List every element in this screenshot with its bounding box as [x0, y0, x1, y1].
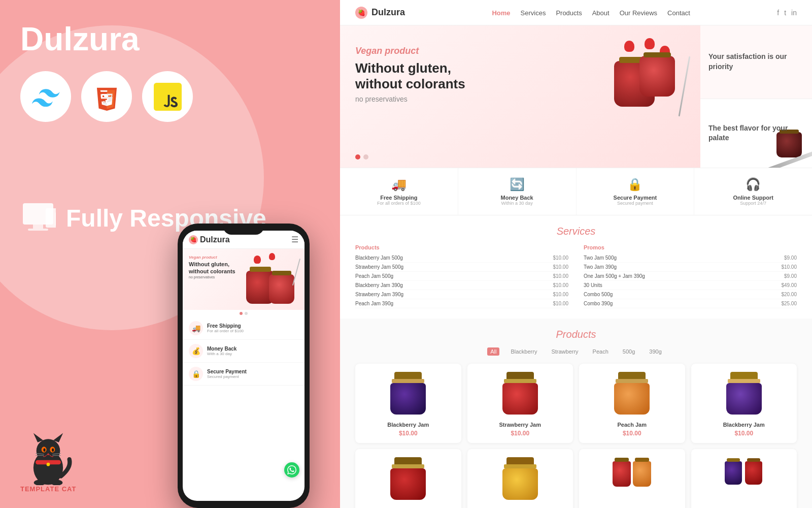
- product-card[interactable]: Strawberry Jam $10.00: [467, 364, 573, 443]
- hero-main: Vegan product Without gluten, without co…: [340, 25, 700, 168]
- product-image: [612, 372, 652, 418]
- device-icons: [20, 203, 56, 234]
- feature-support: 🎧 Online Support Support 24/7: [694, 168, 812, 215]
- secure-payment-icon: 🔒: [582, 177, 689, 192]
- nav-link-about[interactable]: About: [592, 8, 610, 17]
- features-row: 🚚 Free Shipping For all orders of $100 🔄…: [340, 168, 812, 215]
- product-price: $10.00: [472, 430, 568, 437]
- product-image: [388, 457, 428, 503]
- product-card[interactable]: Blackberry Jam $10.00: [355, 364, 461, 443]
- product-image: [612, 457, 652, 503]
- promos-col: Promos Two Jam 500g $9.00 Two Jam 390g $…: [584, 244, 797, 308]
- support-sub: Support 24/7: [699, 201, 807, 206]
- phone-dots: [183, 310, 304, 317]
- filter-blackberry[interactable]: Blackberry: [507, 347, 540, 356]
- money-title: Money Back: [463, 195, 571, 201]
- twitter-icon[interactable]: t: [784, 9, 786, 17]
- service-item: Combo 500g $20.00: [584, 290, 797, 299]
- product-card[interactable]: Strawberry Jam $10.00: [355, 449, 461, 508]
- hero-side-flavor: The best flavor for your palate: [700, 99, 812, 168]
- phone-brand: 🍓 Dulzura: [189, 235, 230, 244]
- website-preview: 🍓 Dulzura Home Services Products About O…: [340, 0, 812, 508]
- phone-feature-money: 💰 Money Back With a 30 day: [183, 340, 304, 363]
- jam-stack: [594, 36, 685, 127]
- phone-menu-icon[interactable]: ☰: [291, 235, 298, 244]
- product-image: [388, 372, 428, 418]
- cat-label: TEMPLATE CAT: [20, 485, 76, 493]
- nav-brand-name: Dulzura: [371, 7, 405, 18]
- nav-brand-icon: 🍓: [355, 7, 367, 19]
- services-grid: Products Blackberry Jam 500g $10.00 Stra…: [355, 244, 797, 308]
- product-image: [500, 372, 540, 418]
- promos-col-label: Promos: [584, 244, 797, 250]
- product-card[interactable]: Blackberry Jam $10.00: [691, 364, 797, 443]
- filter-500g[interactable]: 500g: [620, 347, 638, 356]
- hero-image: [589, 30, 690, 132]
- product-name: Blackberry Jam: [696, 422, 792, 428]
- secure-title: Secure Payment: [582, 195, 689, 201]
- svg-point-13: [52, 449, 54, 452]
- svg-point-12: [44, 449, 46, 452]
- nav-links: Home Services Products About Our Reviews…: [492, 8, 690, 17]
- filter-all[interactable]: All: [487, 347, 499, 356]
- nav-link-services[interactable]: Services: [521, 8, 546, 17]
- jam-jar-2: [639, 56, 675, 97]
- svg-point-7: [37, 439, 60, 463]
- tailwind-icon: [20, 71, 71, 122]
- nav-link-contact[interactable]: Contact: [667, 8, 690, 17]
- svg-point-20: [47, 463, 50, 466]
- products-col: Products Blackberry Jam 500g $10.00 Stra…: [355, 244, 568, 308]
- nav-link-products[interactable]: Products: [556, 8, 582, 17]
- site-nav: 🍓 Dulzura Home Services Products About O…: [340, 0, 812, 25]
- left-panel: Dulzura: [0, 0, 340, 508]
- support-title: Online Support: [699, 195, 807, 201]
- svg-rect-3: [28, 229, 48, 231]
- hero-dot-1[interactable]: [355, 154, 360, 160]
- money-sub: Within a 30 day: [463, 201, 571, 206]
- products-grid-row1: Blackberry Jam $10.00 Strawberry Jam $10…: [355, 364, 797, 443]
- feature-secure: 🔒 Secure Payment Secured payment: [577, 168, 695, 215]
- phone-feature-secure: 🔒 Secure Payment Secured payment: [183, 363, 304, 386]
- product-card[interactable]: Peach Jam $10.00: [579, 364, 685, 443]
- products-title: Products: [355, 329, 797, 340]
- product-name: Strawberry Jam: [472, 422, 568, 428]
- hero-satisfaction-text: Your satisfaction is our priority: [708, 52, 804, 72]
- phone-dot-2: [245, 312, 248, 315]
- right-panel: 🍓 Dulzura Home Services Products About O…: [340, 0, 812, 508]
- cat-svg: [23, 429, 74, 485]
- nav-link-home[interactable]: Home: [492, 8, 510, 17]
- product-price: $10.00: [584, 430, 680, 437]
- filter-peach[interactable]: Peach: [590, 347, 612, 356]
- service-item: Strawberry Jam 390g $10.00: [355, 290, 568, 299]
- hero-side-satisfaction: Your satisfaction is our priority: [700, 25, 812, 99]
- service-item: Peach Jam 500g $10.00: [355, 272, 568, 281]
- secure-sub: Secured payment: [582, 201, 689, 206]
- product-card[interactable]: Peach Jam $25.00: [467, 449, 573, 508]
- service-item: Peach Jam 390g $10.00: [355, 299, 568, 308]
- money-icon: 💰: [189, 344, 203, 358]
- facebook-icon[interactable]: f: [777, 9, 779, 17]
- filter-strawberry[interactable]: Strawberry: [548, 347, 581, 356]
- service-item: One Jam 500g + Jam 390g $9.00: [584, 272, 797, 281]
- filter-390g[interactable]: 390g: [646, 347, 664, 356]
- products-col-label: Products: [355, 244, 568, 250]
- hero-dot-2[interactable]: [363, 154, 368, 160]
- shipping-icon: 🚚: [189, 321, 203, 335]
- product-name: Peach Jam: [584, 422, 680, 428]
- svg-rect-2: [33, 225, 43, 229]
- whatsapp-button[interactable]: [284, 462, 299, 478]
- hero-dots: [355, 154, 368, 160]
- product-card[interactable]: Combo 500g $25.00: [579, 449, 685, 508]
- service-item: Blackberry Jam 500g $10.00: [355, 253, 568, 263]
- product-card[interactable]: Combo 390g $25.00: [691, 449, 797, 508]
- money-back-icon: 🔄: [463, 177, 571, 192]
- service-item: 30 Units $49.00: [584, 281, 797, 290]
- hero-slider: Vegan product Without gluten, without co…: [340, 25, 812, 168]
- instagram-icon[interactable]: in: [791, 9, 797, 17]
- shipping-title: Free Shipping: [345, 195, 453, 201]
- nav-link-reviews[interactable]: Our Reviews: [620, 8, 657, 17]
- product-price: $10.00: [360, 430, 456, 437]
- js-icon: [142, 71, 193, 122]
- products-grid-row2: Strawberry Jam $10.00 Peach Jam $25.00: [355, 449, 797, 508]
- svg-rect-4: [46, 208, 56, 228]
